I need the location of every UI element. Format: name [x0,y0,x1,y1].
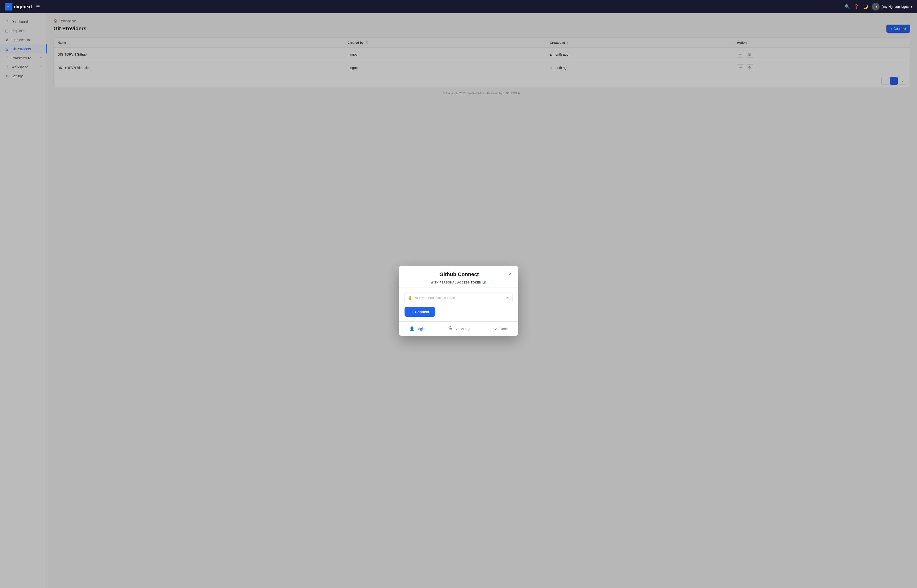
user-menu[interactable]: D Duy Nguyen Ngoc ▾ [872,3,912,11]
modal-step-done: ✓ Done [494,326,508,331]
modal-step-login: 👤 Login [409,326,424,331]
app-name: diginext [14,4,32,10]
steps-separator-1: — [434,326,439,331]
token-input-wrapper: 🔒 👁 [405,292,512,303]
navbar-right: 🔍 ❓ 🌙 D Duy Nguyen Ngoc ▾ [845,3,912,11]
modal-close-button[interactable]: ✕ [508,271,512,276]
navbar-left: >_ diginext ☰ [5,3,40,11]
select-org-step-label: Select org. [454,327,470,331]
modal-step-select-org: 🏛 Select org. [448,326,470,331]
theme-toggle-button[interactable]: 🌙 [863,4,868,9]
done-step-icon: ✓ [494,326,498,331]
lock-icon: 🔒 [408,296,412,300]
modal-connect-button[interactable]: → Connect [405,307,435,317]
modal-subtitle-text: WITH PERSONAL ACCESS TOKEN [431,281,481,284]
eye-toggle-button[interactable]: 👁 [506,296,509,300]
modal-info-icon[interactable]: ⓘ [483,280,486,285]
modal-subtitle: WITH PERSONAL ACCESS TOKEN ⓘ [399,278,518,285]
app-logo: >_ diginext [5,3,32,11]
user-name: Duy Nguyen Ngoc [881,5,909,8]
modal-body: 🔒 👁 → Connect [399,288,518,321]
logo-icon: >_ [5,3,12,11]
done-step-label: Done [500,327,508,331]
steps-separator-2: — [480,326,485,331]
search-button[interactable]: 🔍 [845,4,850,9]
user-chevron-icon: ▾ [911,5,912,8]
help-button[interactable]: ❓ [854,4,859,9]
modal-title: Github Connect [410,271,508,278]
navbar: >_ diginext ☰ 🔍 ❓ 🌙 D Duy Nguyen Ngoc ▾ [0,0,917,13]
modal-header: Github Connect ✕ [399,266,518,278]
modal-steps: 👤 Login — 🏛 Select org. — ✓ Done [399,321,518,336]
modal-overlay[interactable]: Github Connect ✕ WITH PERSONAL ACCESS TO… [0,13,917,588]
login-step-label: Login [416,327,424,331]
login-step-icon: 👤 [409,326,415,331]
user-avatar: D [872,3,880,11]
token-input[interactable] [414,293,506,303]
github-connect-modal: Github Connect ✕ WITH PERSONAL ACCESS TO… [399,266,518,336]
select-org-step-icon: 🏛 [448,326,452,331]
hamburger-button[interactable]: ☰ [36,4,40,9]
